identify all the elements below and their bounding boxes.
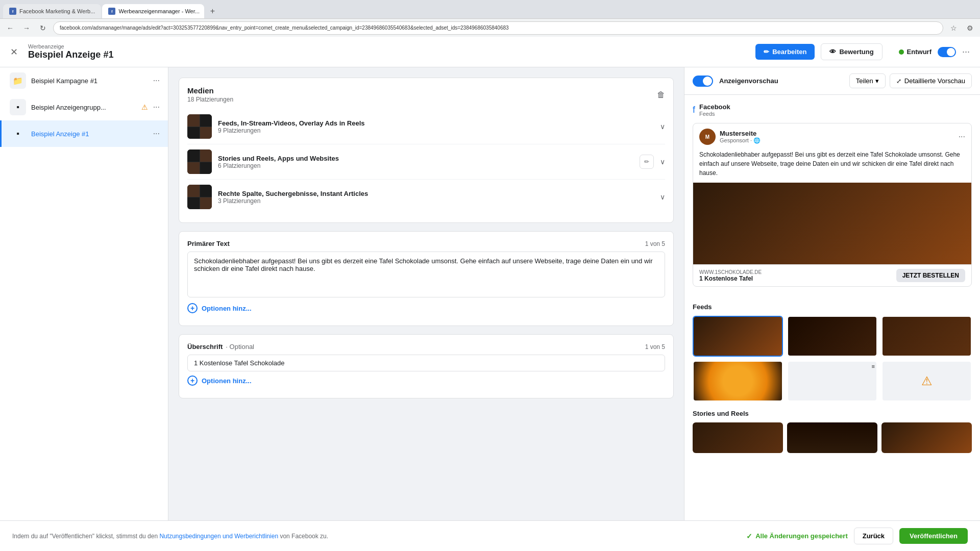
pencil-icon: ✏	[764, 48, 769, 56]
thumb-cell-2	[200, 114, 212, 127]
fb-sponsored: Gesponsort · 🌐	[720, 137, 761, 144]
primary-text-input[interactable]: Schokoladenliebhaber aufgepasst! Bei uns…	[187, 252, 665, 297]
eye-icon: 👁	[829, 48, 836, 56]
headline-header: Überschrift · Optional 1 von 5	[187, 343, 665, 350]
medien-delete-button[interactable]: 🗑	[657, 90, 665, 99]
campaign-more[interactable]: ···	[153, 76, 160, 85]
add-option-button-text[interactable]: + Optionen hinz...	[187, 299, 252, 317]
browser-tab-2[interactable]: f Werbeanzeigenmanager - Wer... ×	[102, 4, 204, 18]
header-more-button[interactable]: ···	[962, 46, 970, 57]
circle-plus-icon-text: +	[187, 303, 198, 313]
placement-edit-stories[interactable]: ✏	[640, 155, 654, 169]
left-sidebar: 📁 Beispiel Kampagne #1 ··· ▪ Beispiel An…	[0, 67, 168, 520]
back-nav-button[interactable]: ←	[4, 22, 16, 34]
feed-thumb-2[interactable]	[787, 316, 877, 357]
fb-ad-page-info: Musterseite Gesponsort · 🌐	[720, 130, 761, 144]
placement-thumb-inner-stories	[187, 149, 212, 174]
headline-section: Überschrift · Optional 1 von 5 1 Kostenl…	[179, 334, 674, 398]
header-title: Beispiel Anzeige #1	[28, 49, 113, 60]
story-thumb-img-1	[693, 422, 783, 453]
extensions-button[interactable]: ⚙	[964, 22, 976, 34]
header-toggle[interactable]	[938, 47, 956, 57]
feeds-chevron-icon[interactable]: ∨	[660, 122, 665, 131]
preview-header: Anzeigenvorschau Teilen ▾ ⤢ Detaillierte…	[684, 67, 980, 95]
placement-name-stories: Stories und Reels, Apps und Websites	[218, 155, 633, 162]
bookmark-button[interactable]: ☆	[947, 22, 960, 34]
fb-more-button[interactable]: ···	[959, 132, 965, 141]
preview-share-button[interactable]: Teilen ▾	[849, 73, 886, 88]
address-text: facebook.com/adsmanager/manage/ads/edit?…	[60, 25, 509, 31]
reload-nav-button[interactable]: ↻	[37, 22, 49, 34]
feeds-section: Feeds ≡	[684, 303, 980, 410]
preview-toggle[interactable]	[693, 76, 713, 87]
header-close-button[interactable]: ✕	[10, 46, 18, 58]
medien-header: Medien 18 Platzierungen 🗑	[187, 86, 665, 103]
new-tab-button[interactable]: +	[205, 4, 219, 18]
tab-favicon-1: f	[9, 8, 16, 15]
bottom-text: Indem du auf "Veröffentlichen" klickst, …	[12, 533, 328, 540]
status-dot	[899, 49, 904, 55]
sidebar-chevron-icon[interactable]: ∨	[660, 193, 665, 201]
fb-cta-headline: 1 Kostenlose Tafel	[699, 275, 762, 282]
preview-detail-button[interactable]: ⤢ Detaillierte Vorschau	[890, 73, 972, 88]
tab-favicon-2: f	[108, 8, 115, 15]
story-thumb-3[interactable]	[881, 422, 972, 453]
fb-url: WWW.1SCHOKOLADE.DE	[699, 269, 762, 275]
thumb-cell-1	[187, 114, 200, 127]
sidebar-item-adgroup[interactable]: ▪ Beispiel Anzeigengrupp... ⚠ ···	[0, 94, 168, 120]
placement-count-feeds: 9 Platzierungen	[218, 127, 654, 134]
check-icon: ✓	[746, 532, 752, 540]
add-option-button-headline[interactable]: + Optionen hinz...	[187, 371, 252, 390]
story-thumb-1[interactable]	[693, 422, 783, 453]
medien-title-area: Medien 18 Platzierungen	[187, 86, 233, 103]
header-toggle-circle	[947, 48, 955, 56]
sidebar-item-campaign[interactable]: 📁 Beispiel Kampagne #1 ···	[0, 67, 168, 94]
browser-tabs: f Facebook Marketing & Werb... f Werbean…	[0, 0, 980, 18]
feed-thumb-6[interactable]: ⚠	[881, 361, 972, 402]
sidebar-item-ad[interactable]: ▪ Beispiel Anzeige #1 ···	[0, 120, 168, 147]
preview-section-name: Feeds	[699, 111, 730, 117]
chevron-down-icon: ▾	[875, 77, 879, 85]
primary-text-section: Primärer Text 1 von 5 Schokoladenliebhab…	[179, 231, 674, 326]
primary-text-header: Primärer Text 1 von 5	[187, 240, 665, 247]
header-subtitle: Werbeanzeige	[28, 43, 113, 49]
review-button[interactable]: 👁 Bewertung	[821, 43, 882, 60]
placement-row-sidebar[interactable]: Rechte Spalte, Suchergebnisse, Instant A…	[187, 180, 665, 214]
address-bar[interactable]: facebook.com/adsmanager/manage/ads/edit?…	[53, 21, 943, 35]
feed-thumb-img-5: ≡	[788, 362, 876, 400]
feed-thumb-img-3	[883, 317, 971, 356]
terms-link[interactable]: Nutzungsbedingungen und Werberichtlinien	[159, 533, 278, 540]
fb-cta-button[interactable]: JETZT BESTELLEN	[896, 269, 965, 282]
warning-icon: ⚠	[141, 103, 148, 111]
headline-input[interactable]: 1 Kostenlose Tafel Schokolade	[187, 355, 665, 371]
back-button[interactable]: Zurück	[854, 528, 893, 544]
main-content: Medien 18 Platzierungen 🗑	[168, 67, 684, 520]
placement-row-feeds[interactable]: Feeds, In-Stream-Videos, Overlay Ads in …	[187, 109, 665, 144]
feed-thumb-3[interactable]	[881, 316, 972, 357]
headline-count: 1 von 5	[645, 343, 665, 350]
story-thumb-2[interactable]	[787, 422, 877, 453]
story-thumb-img-2	[787, 422, 877, 453]
placement-thumb-inner-feeds	[187, 114, 212, 139]
placement-count-stories: 6 Platzierungen	[218, 162, 633, 169]
expand-icon: ⤢	[896, 78, 901, 85]
edit-button[interactable]: ✏ Bearbeiten	[755, 44, 815, 60]
placement-row-stories[interactable]: Stories und Reels, Apps und Websites 6 P…	[187, 144, 665, 180]
feeds-section-title: Feeds	[693, 303, 972, 311]
browser-tab-1[interactable]: f Facebook Marketing & Werb...	[3, 4, 101, 18]
feed-thumb-1[interactable]	[693, 316, 783, 357]
browser-chrome: f Facebook Marketing & Werb... f Werbean…	[0, 0, 980, 37]
ad-more[interactable]: ···	[153, 129, 160, 138]
preview-platform-header: f Facebook Feeds	[693, 103, 972, 117]
placement-name-sidebar: Rechte Spalte, Suchergebnisse, Instant A…	[218, 190, 654, 197]
stories-chevron-icon[interactable]: ∨	[660, 158, 665, 166]
stories-grid	[693, 422, 972, 453]
medien-section: Medien 18 Platzierungen 🗑	[179, 78, 674, 223]
adgroup-more[interactable]: ···	[153, 103, 160, 112]
feed-thumb-5[interactable]: ≡	[787, 361, 877, 402]
ad-icon: ▪	[10, 126, 26, 142]
app-container: ✕ Werbeanzeige Beispiel Anzeige #1 ✏ Bea…	[0, 37, 980, 551]
publish-button[interactable]: Veröffentlichen	[899, 528, 968, 544]
feed-thumb-4[interactable]	[693, 361, 783, 402]
forward-nav-button[interactable]: →	[20, 22, 33, 34]
